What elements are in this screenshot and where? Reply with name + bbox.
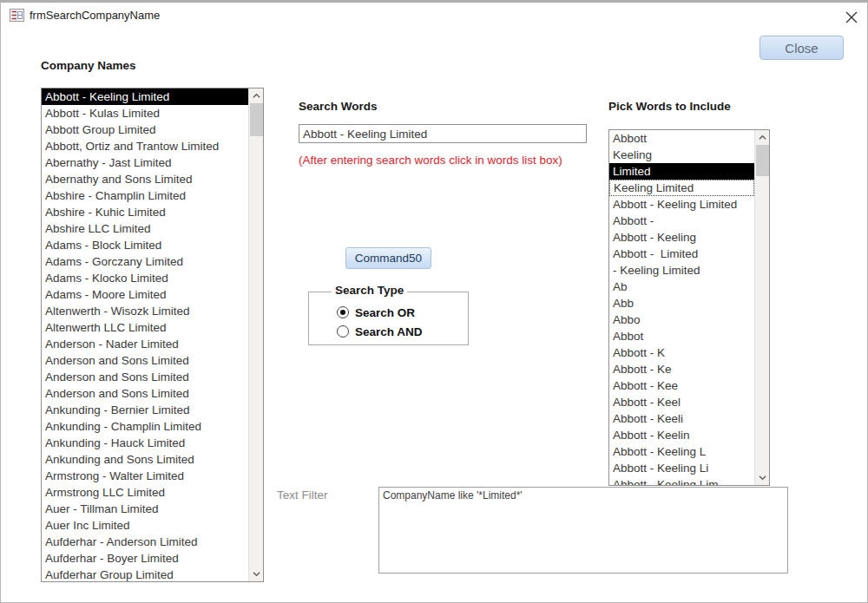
list-item[interactable]: Adams - Klocko Limited <box>42 270 248 286</box>
list-item[interactable]: Altenwerth LLC Limited <box>42 319 248 336</box>
window-title: frmSearchCompanyName <box>30 9 160 22</box>
search-type-legend: Search Type <box>332 284 407 297</box>
list-item[interactable]: Abbott - Keeli <box>609 410 754 427</box>
command50-button-label: Command50 <box>355 252 422 265</box>
form-icon <box>10 9 25 23</box>
list-item[interactable]: Abbott, Ortiz and Trantow Limited <box>42 138 248 154</box>
list-item[interactable]: Keeling <box>609 147 754 163</box>
list-item[interactable]: Abernathy and Sons Limited <box>42 171 248 187</box>
list-item[interactable]: Abbot <box>609 328 754 344</box>
list-item[interactable]: Armstrong - Walter Limited <box>42 468 248 484</box>
search-type-group: Search Type Search ORSearch AND <box>308 292 469 345</box>
list-item[interactable]: Limited <box>609 163 754 180</box>
list-item[interactable]: Abbott - Keeling <box>609 229 754 246</box>
list-item[interactable]: - Keeling Limited <box>609 262 754 279</box>
pick-words-list[interactable]: AbbottKeelingLimitedKeeling LimitedAbbot… <box>608 129 770 486</box>
list-item[interactable]: Ankunding - Hauck Limited <box>42 435 248 451</box>
text-filter-label: Text Filter <box>277 488 328 501</box>
list-item[interactable]: Auer Inc Limited <box>42 517 248 534</box>
list-item[interactable]: Abshire LLC Limited <box>42 220 248 237</box>
list-item[interactable]: Aufderhar Group Limited <box>42 567 248 581</box>
command50-button[interactable]: Command50 <box>345 247 431 269</box>
list-item[interactable]: Anderson - Nader Limited <box>42 336 248 352</box>
search-hint-text: (After entering search words click in wo… <box>299 154 562 167</box>
radio-label: Search OR <box>355 306 415 319</box>
list-item[interactable]: Auer - Tillman Limited <box>42 501 248 517</box>
list-item[interactable]: Anderson and Sons Limited <box>42 352 248 369</box>
list-item[interactable]: Abbott Group Limited <box>42 121 248 138</box>
list-item[interactable]: Abbott - Keeling Limited <box>42 88 248 105</box>
pick-words-label: Pick Words to Include <box>608 100 731 113</box>
close-icon[interactable] <box>841 8 862 27</box>
company-list-rows: Abbott - Keeling LimitedAbbott - Kulas L… <box>42 88 248 581</box>
list-item[interactable]: Abbott - Keeling Li <box>609 460 754 476</box>
company-names-label: Company Names <box>41 59 136 72</box>
list-item[interactable]: Abbott - Kee <box>609 377 754 394</box>
list-item[interactable]: Abbott - Ke <box>609 361 754 377</box>
list-item[interactable]: Abshire - Kuhic Limited <box>42 204 248 220</box>
list-item[interactable]: Ankunding and Sons Limited <box>42 451 248 468</box>
scroll-thumb[interactable] <box>250 103 263 136</box>
company-list[interactable]: Abbott - Keeling LimitedAbbott - Kulas L… <box>41 88 264 582</box>
scroll-up-icon[interactable] <box>249 88 264 103</box>
search-words-input[interactable] <box>299 124 587 143</box>
company-list-scrollbar[interactable] <box>248 88 263 581</box>
list-item[interactable]: Abernathy - Jast Limited <box>42 154 248 171</box>
list-item[interactable]: Abbott - Keeling Limited <box>609 196 754 213</box>
list-item[interactable]: Adams - Block Limited <box>42 237 248 253</box>
list-item[interactable]: Adams - Gorczany Limited <box>42 253 248 270</box>
list-item[interactable]: Abbott - <box>609 213 754 229</box>
list-item[interactable]: Ankunding - Bernier Limited <box>42 402 248 418</box>
search-type-options: Search ORSearch AND <box>337 303 423 341</box>
close-button[interactable]: Close <box>760 36 844 60</box>
form-window: frmSearchCompanyName Close Company Names… <box>0 0 868 603</box>
list-item[interactable]: Abbo <box>609 311 754 328</box>
radio-label: Search AND <box>355 325 423 338</box>
list-item[interactable]: Anderson and Sons Limited <box>42 385 248 402</box>
text-filter-box[interactable]: CompanyName like '*Limited*' <box>378 487 788 574</box>
list-item[interactable]: Adams - Moore Limited <box>42 286 248 303</box>
list-item[interactable]: Keeling Limited <box>609 180 754 196</box>
list-item[interactable]: Abbott - K <box>609 344 754 361</box>
list-item[interactable]: Aufderhar - Boyer Limited <box>42 550 248 567</box>
radio-icon <box>337 306 349 318</box>
scroll-down-icon[interactable] <box>755 470 770 485</box>
list-item[interactable]: Altenwerth - Wisozk Limited <box>42 303 248 319</box>
radio-search-and[interactable]: Search AND <box>337 322 423 341</box>
list-item[interactable]: Abbott <box>609 130 754 147</box>
list-item[interactable]: Abbott - Keel <box>609 394 754 410</box>
scroll-up-icon[interactable] <box>755 130 770 145</box>
list-item[interactable]: Armstrong LLC Limited <box>42 484 248 501</box>
radio-icon <box>337 325 349 338</box>
list-item[interactable]: Abbott - Limited <box>609 246 754 262</box>
list-item[interactable]: Abbott - Keelin <box>609 427 754 443</box>
search-words-label: Search Words <box>299 100 378 113</box>
list-item[interactable]: Abb <box>609 295 754 311</box>
list-item[interactable]: Abbott - Kulas Limited <box>42 105 248 121</box>
title-bar: frmSearchCompanyName <box>1 3 867 29</box>
radio-search-or[interactable]: Search OR <box>337 303 423 322</box>
list-item[interactable]: Ankunding - Champlin Limited <box>42 418 248 435</box>
list-item[interactable]: Anderson and Sons Limited <box>42 369 248 385</box>
list-item[interactable]: Abbott - Keeling L <box>609 443 754 460</box>
scroll-down-icon[interactable] <box>249 567 264 581</box>
pick-words-scrollbar[interactable] <box>754 130 769 485</box>
scroll-thumb[interactable] <box>756 145 769 176</box>
list-item[interactable]: Ab <box>609 279 754 295</box>
list-item[interactable]: Aufderhar - Anderson Limited <box>42 534 248 550</box>
list-item[interactable]: Abshire - Champlin Limited <box>42 187 248 204</box>
list-item[interactable]: Abbott - Keeling Lim <box>609 476 754 485</box>
pick-words-rows: AbbottKeelingLimitedKeeling LimitedAbbot… <box>609 130 754 485</box>
close-button-label: Close <box>785 41 818 56</box>
